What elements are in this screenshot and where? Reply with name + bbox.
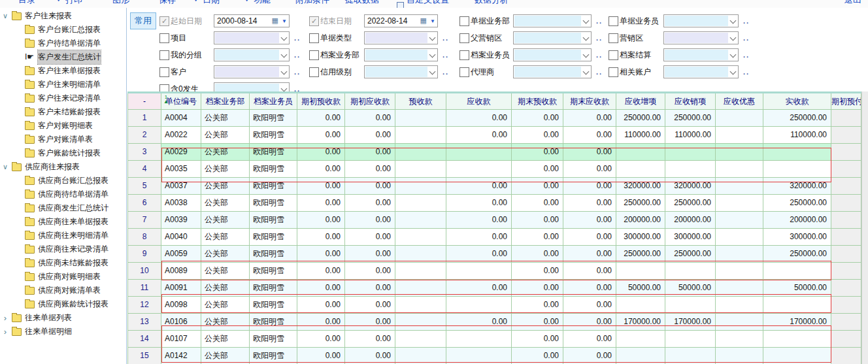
table-cell[interactable]: 0.00 xyxy=(563,280,616,297)
table-cell[interactable]: 320000.00 xyxy=(763,178,831,195)
toolbar-item[interactable]: 数据分析 xyxy=(475,0,509,6)
table-cell[interactable]: 250000.00 xyxy=(665,246,716,263)
ellipsis-button[interactable]: .. xyxy=(442,34,449,42)
table-row[interactable]: 12A0098公关部欧阳明雪0.000.000.000.00 xyxy=(127,297,861,314)
table-cell[interactable]: 公关部 xyxy=(201,348,250,364)
ellipsis-button[interactable]: .. xyxy=(596,51,603,59)
table-cell[interactable] xyxy=(831,144,861,161)
filter-checkbox[interactable]: ✓ xyxy=(159,16,169,26)
table-cell[interactable]: A0038 xyxy=(161,195,201,212)
ellipsis-button[interactable]: .. xyxy=(743,34,750,42)
table-cell[interactable] xyxy=(831,127,861,144)
calendar-icon[interactable]: ▦ xyxy=(420,16,427,25)
ellipsis-button[interactable]: .. xyxy=(596,17,603,25)
date-input[interactable]: 2022-08-14▦▼ xyxy=(364,14,438,27)
table-cell[interactable] xyxy=(395,110,446,127)
table-cell[interactable]: A0059 xyxy=(161,246,201,263)
sidebar-item[interactable]: ∨供应商往来报表 xyxy=(0,160,126,174)
chevron-down-icon[interactable] xyxy=(281,52,288,58)
table-cell[interactable]: 欧阳明雪 xyxy=(250,280,297,297)
table-cell[interactable]: 0.00 xyxy=(446,246,512,263)
table-cell[interactable] xyxy=(716,127,763,144)
filter-checkbox[interactable] xyxy=(459,33,469,43)
table-cell[interactable] xyxy=(446,263,512,280)
table-row[interactable]: 3A0029公关部欧阳明雪0.000.000.000.00 xyxy=(127,144,861,161)
table-cell[interactable]: A0040 xyxy=(161,229,201,246)
table-cell[interactable] xyxy=(716,212,763,229)
table-cell[interactable] xyxy=(395,127,446,144)
chevron-down-icon[interactable] xyxy=(583,69,590,75)
table-cell[interactable]: A0089 xyxy=(161,263,201,280)
row-number[interactable]: 13 xyxy=(127,314,161,331)
ellipsis-button[interactable]: .. xyxy=(294,51,301,59)
table-cell[interactable]: A0035 xyxy=(161,161,201,178)
table-cell[interactable]: 0.00 xyxy=(512,280,563,297)
table-cell[interactable]: 0.00 xyxy=(345,246,395,263)
table-cell[interactable]: 0.00 xyxy=(345,348,395,364)
table-cell[interactable]: 250000.00 xyxy=(763,246,831,263)
filter-checkbox[interactable] xyxy=(459,16,469,26)
table-cell[interactable]: 250000.00 xyxy=(763,195,831,212)
filter-select[interactable] xyxy=(513,14,592,27)
table-cell[interactable] xyxy=(446,161,512,178)
ellipsis-button[interactable]: .. xyxy=(743,68,750,76)
table-cell[interactable]: 250000.00 xyxy=(616,246,665,263)
expand-icon[interactable]: › xyxy=(1,325,9,339)
table-header-cell[interactable]: 档案业务员 xyxy=(250,93,297,110)
row-number[interactable]: 10 xyxy=(127,263,161,280)
filter-checkbox[interactable] xyxy=(159,50,169,60)
filter-select[interactable] xyxy=(513,31,592,44)
table-row[interactable]: 7A0039公关部欧阳明雪0.000.000.000.000.00200000.… xyxy=(127,212,861,229)
table-cell[interactable]: 0.00 xyxy=(345,297,395,314)
table-cell[interactable]: 0.00 xyxy=(512,212,563,229)
sidebar-item[interactable]: 客户对账明细表 xyxy=(0,119,126,133)
dropdown-arrow-icon[interactable]: ▼ xyxy=(430,18,435,24)
table-row[interactable]: 4A0035公关部欧阳明雪0.000.000.000.00 xyxy=(127,161,861,178)
table-header-cell[interactable]: 应收优惠 xyxy=(716,93,763,110)
table-cell[interactable] xyxy=(446,297,512,314)
table-cell[interactable] xyxy=(831,280,861,297)
row-number[interactable]: 5 xyxy=(127,178,161,195)
filter-checkbox[interactable] xyxy=(159,67,169,77)
table-cell[interactable]: 公关部 xyxy=(201,144,250,161)
table-cell[interactable] xyxy=(763,144,831,161)
table-cell[interactable] xyxy=(395,280,446,297)
table-cell[interactable] xyxy=(831,348,861,364)
toolbar-item[interactable]: 自定义设置 xyxy=(407,0,449,6)
filter-select[interactable] xyxy=(513,48,592,61)
table-cell[interactable] xyxy=(831,263,861,280)
table-cell[interactable]: 0.00 xyxy=(297,348,345,364)
table-cell[interactable]: 250000.00 xyxy=(763,110,831,127)
table-cell[interactable]: 欧阳明雪 xyxy=(250,178,297,195)
filter-select[interactable] xyxy=(663,48,739,61)
toolbar-item[interactable]: 图形 xyxy=(112,0,129,6)
table-cell[interactable]: 250000.00 xyxy=(616,110,665,127)
table-cell[interactable]: 0.00 xyxy=(563,263,616,280)
filter-select[interactable] xyxy=(663,31,739,44)
table-cell[interactable]: 50000.00 xyxy=(763,280,831,297)
table-cell[interactable] xyxy=(763,161,831,178)
table-header-cell[interactable]: 期初预收款 xyxy=(297,93,345,110)
table-cell[interactable]: 0.00 xyxy=(297,314,345,331)
chevron-down-icon[interactable] xyxy=(730,35,737,41)
table-row[interactable]: 2A0022公关部欧阳明雪0.000.000.000.000.00110000.… xyxy=(127,127,861,144)
table-header-cell[interactable]: 应收款 xyxy=(446,93,512,110)
row-number[interactable]: 2 xyxy=(127,127,161,144)
ellipsis-button[interactable]: .. xyxy=(294,68,301,76)
table-cell[interactable]: 欧阳明雪 xyxy=(250,314,297,331)
table-cell[interactable]: 欧阳明雪 xyxy=(250,331,297,348)
row-number[interactable]: 9 xyxy=(127,246,161,263)
ellipsis-button[interactable]: .. xyxy=(743,51,750,59)
table-cell[interactable]: 欧阳明雪 xyxy=(250,110,297,127)
row-number[interactable]: 6 xyxy=(127,195,161,212)
table-cell[interactable] xyxy=(665,263,716,280)
table-cell[interactable] xyxy=(446,144,512,161)
table-cell[interactable]: 0.00 xyxy=(563,195,616,212)
table-header-cell[interactable]: 实收款 xyxy=(763,93,831,110)
ellipsis-button[interactable]: .. xyxy=(743,17,750,25)
table-cell[interactable]: 0.00 xyxy=(512,195,563,212)
toolbar-item[interactable]: 打印 xyxy=(65,0,82,6)
filter-select[interactable] xyxy=(663,65,739,78)
table-cell[interactable]: 0.00 xyxy=(512,246,563,263)
table-cell[interactable]: 0.00 xyxy=(297,280,345,297)
